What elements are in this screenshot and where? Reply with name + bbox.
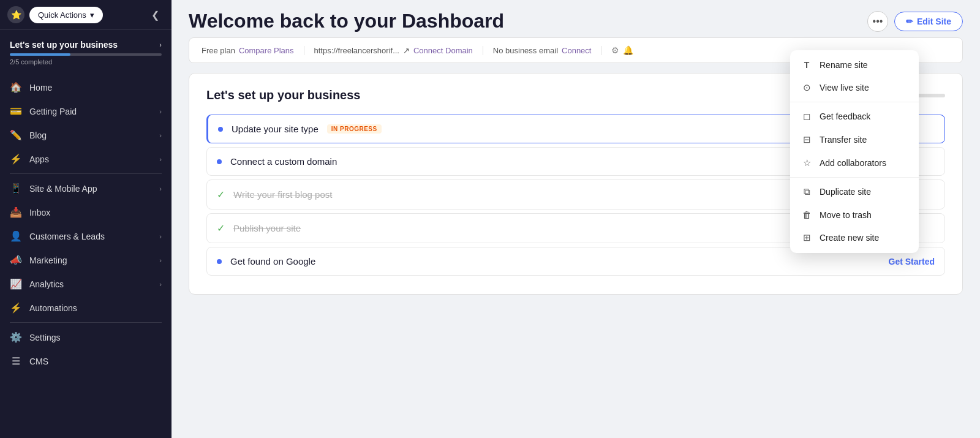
sidebar-item-label: Blog bbox=[29, 130, 47, 140]
chevron-right-icon: › bbox=[159, 108, 162, 115]
task-dot-icon bbox=[217, 259, 222, 264]
sidebar-item-apps[interactable]: ⚡ Apps › bbox=[0, 147, 172, 171]
customers-icon: 👤 bbox=[10, 230, 22, 242]
sidebar-item-cms[interactable]: ☰ CMS bbox=[0, 349, 172, 373]
sidebar-item-label: Customers & Leads bbox=[29, 232, 105, 241]
sidebar-item-home[interactable]: 🏠 Home bbox=[0, 75, 172, 99]
task-check-icon: ✓ bbox=[217, 222, 225, 234]
plan-info: Free plan Compare Plans bbox=[202, 46, 304, 55]
analytics-icon: 📈 bbox=[10, 278, 22, 290]
dropdown-item-add-collaborators[interactable]: ☆ Add collaborators bbox=[790, 151, 919, 175]
sidebar-item-label: Analytics bbox=[29, 279, 64, 289]
settings-info: ⚙ 🔔 bbox=[601, 45, 643, 55]
connect-email-link[interactable]: Connect bbox=[562, 46, 591, 55]
chevron-right-icon: › bbox=[159, 185, 162, 192]
setup-card-title: Let's set up your business bbox=[206, 88, 360, 102]
site-mobile-icon: 📱 bbox=[10, 183, 22, 194]
apps-icon: ⚡ bbox=[10, 153, 22, 165]
collapse-sidebar-button[interactable]: ❮ bbox=[146, 7, 164, 23]
sidebar-item-customers[interactable]: 👤 Customers & Leads › bbox=[0, 224, 172, 248]
get-started-button[interactable]: Get Started bbox=[889, 257, 935, 266]
chevron-right-icon: › bbox=[159, 132, 162, 139]
dropdown-item-label: View live site bbox=[820, 83, 869, 93]
collaborators-icon: ☆ bbox=[801, 157, 812, 168]
chevron-right-icon: › bbox=[159, 281, 162, 288]
sidebar: ⭐ Quick Actions ▾ ❮ Let's set up your bu… bbox=[0, 0, 172, 438]
automations-icon: ⚡ bbox=[10, 302, 22, 314]
sidebar-header: ⭐ Quick Actions ▾ ❮ bbox=[0, 0, 172, 30]
task-check-icon: ✓ bbox=[217, 189, 225, 200]
email-info: No business email Connect bbox=[483, 46, 602, 55]
domain-info: https://freelancershorif... ↗ Connect Do… bbox=[304, 46, 483, 55]
edit-pencil-icon: ✏ bbox=[906, 17, 913, 26]
trash-icon: 🗑 bbox=[801, 210, 812, 220]
nav-divider bbox=[10, 173, 162, 174]
blog-icon: ✏️ bbox=[10, 129, 22, 141]
dropdown-item-transfer-site[interactable]: ⊟ Transfer site bbox=[790, 128, 919, 151]
progress-label: 2/5 completed bbox=[10, 58, 162, 66]
progress-bar-background bbox=[10, 53, 162, 56]
dropdown-item-label: Move to trash bbox=[820, 210, 872, 220]
sidebar-item-label: Inbox bbox=[29, 208, 50, 217]
getting-paid-icon: 💳 bbox=[10, 105, 22, 117]
plan-label: Free plan bbox=[202, 46, 235, 55]
home-icon: 🏠 bbox=[10, 81, 22, 93]
sidebar-item-settings[interactable]: ⚙️ Settings bbox=[0, 325, 172, 349]
task-dot-icon bbox=[217, 159, 222, 164]
setup-chevron-icon: › bbox=[159, 41, 162, 48]
chevron-right-icon: › bbox=[159, 257, 162, 264]
sidebar-item-label: Marketing bbox=[29, 255, 67, 265]
sidebar-item-marketing[interactable]: 📣 Marketing › bbox=[0, 248, 172, 272]
edit-site-button[interactable]: ✏ Edit Site bbox=[894, 12, 963, 31]
dropdown-divider-2 bbox=[790, 177, 919, 178]
dropdown-item-label: Create new site bbox=[820, 233, 879, 243]
dropdown-item-create-new-site[interactable]: ⊞ Create new site bbox=[790, 226, 919, 249]
nav-divider-2 bbox=[10, 322, 162, 323]
sidebar-item-getting-paid[interactable]: 💳 Getting Paid › bbox=[0, 99, 172, 123]
main-content: Welcome back to your Dashboard ••• ✏ Edi… bbox=[172, 0, 980, 438]
dropdown-item-view-live-site[interactable]: ⊙ View live site bbox=[790, 76, 919, 99]
page-title: Welcome back to your Dashboard bbox=[189, 10, 504, 32]
duplicate-icon: ⧉ bbox=[801, 186, 812, 197]
external-link-icon: ↗ bbox=[403, 46, 410, 55]
dropdown-item-label: Transfer site bbox=[820, 135, 867, 145]
quick-actions-label: Quick Actions bbox=[38, 10, 86, 20]
topbar-actions: ••• ✏ Edit Site bbox=[867, 11, 963, 32]
sidebar-item-site-mobile[interactable]: 📱 Site & Mobile App › bbox=[0, 176, 172, 200]
dropdown-item-move-to-trash[interactable]: 🗑 Move to trash bbox=[790, 203, 919, 226]
settings-gear-icon[interactable]: ⚙ bbox=[611, 45, 619, 55]
sidebar-item-label: Getting Paid bbox=[29, 107, 77, 116]
email-label: No business email bbox=[493, 46, 558, 55]
dropdown-item-duplicate-site[interactable]: ⧉ Duplicate site bbox=[790, 180, 919, 203]
sidebar-item-label: CMS bbox=[29, 357, 48, 366]
topbar: Welcome back to your Dashboard ••• ✏ Edi… bbox=[172, 0, 980, 37]
task-dot-icon bbox=[218, 127, 223, 132]
domain-url: https://freelancershorif... bbox=[314, 46, 399, 55]
sidebar-item-label: Home bbox=[29, 83, 52, 93]
dropdown-menu: T Rename site ⊙ View live site ◻ Get fee… bbox=[790, 50, 919, 253]
task-label-done: Write your first blog post bbox=[233, 189, 332, 200]
create-site-icon: ⊞ bbox=[801, 232, 812, 243]
dropdown-item-label: Rename site bbox=[820, 60, 868, 70]
notifications-bell-icon[interactable]: 🔔 bbox=[623, 45, 633, 55]
sidebar-item-blog[interactable]: ✏️ Blog › bbox=[0, 123, 172, 147]
setup-section: Let's set up your business › 2/5 complet… bbox=[0, 30, 172, 70]
more-options-button[interactable]: ••• bbox=[867, 11, 888, 32]
sidebar-item-automations[interactable]: ⚡ Automations bbox=[0, 296, 172, 320]
dropdown-item-label: Get feedback bbox=[820, 111, 870, 121]
chevron-down-icon: ▾ bbox=[90, 10, 94, 20]
task-label: Get found on Google bbox=[230, 256, 315, 266]
dropdown-item-get-feedback[interactable]: ◻ Get feedback bbox=[790, 105, 919, 128]
sidebar-item-label: Apps bbox=[29, 154, 49, 164]
sidebar-item-inbox[interactable]: 📥 Inbox bbox=[0, 200, 172, 224]
dropdown-item-rename-site[interactable]: T Rename site bbox=[790, 54, 919, 76]
connect-domain-link[interactable]: Connect Domain bbox=[413, 46, 473, 55]
cms-icon: ☰ bbox=[10, 355, 22, 367]
dropdown-divider bbox=[790, 102, 919, 102]
chevron-right-icon: › bbox=[159, 233, 162, 240]
compare-plans-link[interactable]: Compare Plans bbox=[239, 46, 294, 55]
sidebar-item-label: Site & Mobile App bbox=[29, 184, 97, 194]
quick-actions-button[interactable]: Quick Actions ▾ bbox=[29, 7, 103, 23]
sidebar-item-analytics[interactable]: 📈 Analytics › bbox=[0, 272, 172, 296]
more-icon: ••• bbox=[873, 16, 883, 27]
